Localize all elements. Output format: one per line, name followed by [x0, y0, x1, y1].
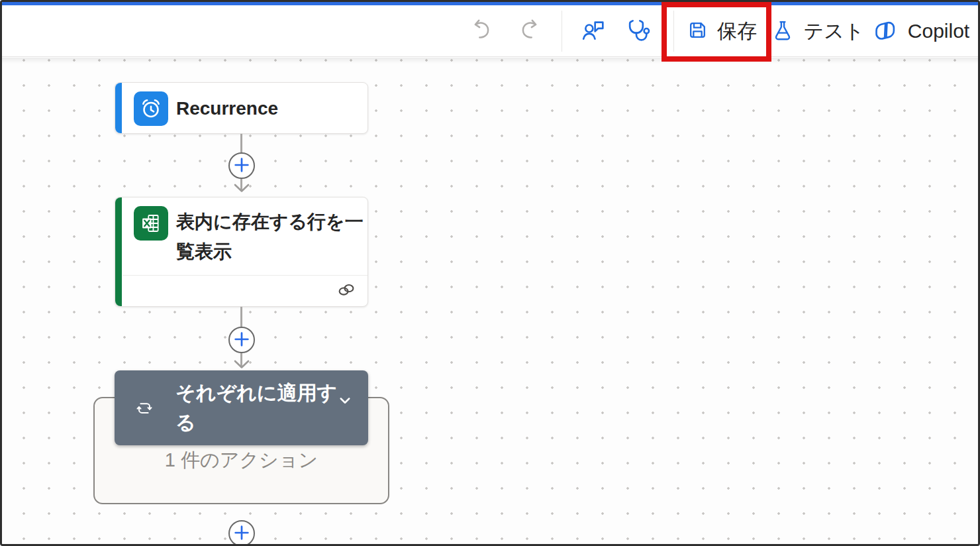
scope-action-count: 1 件のアクション	[93, 447, 389, 474]
trigger-accent-bar	[115, 83, 122, 133]
plus-icon	[230, 328, 253, 353]
undo-icon	[469, 18, 494, 45]
trigger-card-recurrence[interactable]: Recurrence	[115, 82, 368, 134]
scope-card-apply-to-each[interactable]: それぞれに適用す る	[115, 370, 368, 445]
action-card-list-rows[interactable]: 表内に存在する行を一 覧表示	[115, 197, 368, 307]
test-button[interactable]: テスト	[775, 5, 860, 57]
flow-designer-window: 保存 テスト C	[0, 0, 980, 546]
save-button[interactable]: 保存	[683, 5, 761, 57]
card-footer	[122, 276, 368, 306]
toolbar-separator	[673, 11, 674, 52]
flow-canvas: Recurrence	[2, 58, 978, 544]
copilot-icon	[873, 17, 899, 46]
test-label: テスト	[803, 18, 864, 45]
designer-toolbar: 保存 テスト C	[2, 5, 978, 57]
scope-title-line1: それぞれに適用す	[175, 378, 342, 408]
flow-checker-button[interactable]	[618, 5, 662, 57]
plus-icon	[230, 154, 253, 178]
action-title-line1: 表内に存在する行を一	[176, 207, 366, 237]
undo-button[interactable]	[461, 5, 502, 57]
stethoscope-icon	[626, 17, 653, 46]
action-title: 表内に存在する行を一 覧表示	[176, 207, 366, 266]
plus-icon	[230, 521, 253, 546]
action-title-line2: 覧表示	[176, 237, 366, 266]
insert-step-button[interactable]	[228, 327, 255, 353]
flask-icon	[771, 19, 795, 44]
loop-repeat-icon	[134, 398, 154, 421]
insert-step-button[interactable]	[228, 152, 255, 179]
send-a-copy-button[interactable]	[571, 5, 615, 57]
copilot-label: Copilot	[908, 20, 969, 42]
trigger-title: Recurrence	[176, 83, 278, 135]
scope-title: それぞれに適用す る	[175, 378, 342, 437]
collapse-chevron-button[interactable]	[335, 390, 355, 412]
save-label: 保存	[717, 18, 757, 45]
person-feedback-icon	[580, 17, 607, 46]
insert-step-button[interactable]	[228, 520, 255, 546]
redo-icon	[517, 18, 542, 45]
chevron-down-icon	[335, 402, 355, 412]
alarm-clock-icon	[134, 91, 168, 126]
toolbar-separator	[562, 11, 562, 52]
copilot-button[interactable]: Copilot	[871, 5, 971, 57]
connector-arrow-icon	[233, 183, 250, 196]
excel-icon	[134, 206, 168, 241]
save-icon	[687, 19, 709, 43]
connection-link-icon	[336, 281, 356, 301]
scope-title-line2: る	[175, 408, 342, 437]
action-accent-bar	[115, 197, 122, 306]
redo-button[interactable]	[509, 5, 550, 57]
toolbar-shadow	[2, 58, 978, 64]
